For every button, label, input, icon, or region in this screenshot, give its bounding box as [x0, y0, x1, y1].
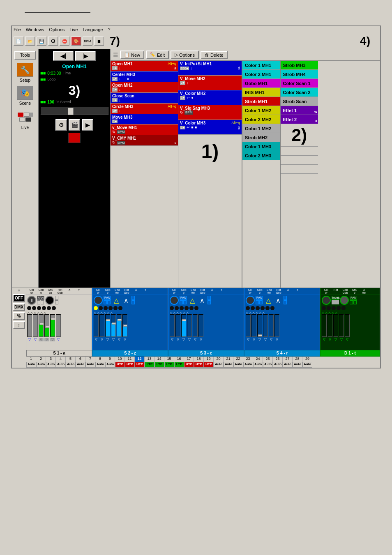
fader-s4-3[interactable]: [257, 314, 262, 337]
fader-s3-2[interactable]: [175, 314, 180, 337]
fader-s3-4[interactable]: [187, 314, 192, 337]
fader-s4-2[interactable]: [251, 314, 256, 337]
fader-s2-5[interactable]: [117, 314, 122, 337]
fader-s1-6[interactable]: [56, 314, 61, 337]
fader-s1-2[interactable]: [33, 314, 38, 337]
knob-s1-1[interactable]: [27, 296, 36, 305]
fader-s1-3[interactable]: [39, 314, 44, 337]
prev-button[interactable]: ◀|: [53, 51, 74, 61]
bpm-button[interactable]: BPM: [83, 37, 92, 46]
fixture-strob-mh4[interactable]: Strob MH4: [281, 70, 318, 79]
fader-s3-5[interactable]: [193, 314, 198, 337]
fader-s2-1[interactable]: [94, 314, 99, 337]
fixture-color1-mh3[interactable]: Color 1 MH3: [242, 142, 280, 151]
fader-s4-1[interactable]: [246, 314, 251, 337]
stop-button[interactable]: ⏹: [94, 37, 104, 46]
step-item-4[interactable]: Close Scan 1●↓: [111, 93, 178, 104]
knob-s4-1[interactable]: [246, 296, 255, 305]
fader-s4-5[interactable]: [269, 314, 274, 337]
knob-s3-1[interactable]: [170, 296, 179, 305]
fixture-effet1[interactable]: Effet 1 w: [281, 106, 318, 115]
knob-d1-2[interactable]: [340, 296, 349, 305]
fader-s2-3[interactable]: [105, 314, 110, 337]
fader-d1-5[interactable]: [345, 314, 350, 337]
save-button[interactable]: 💾: [37, 37, 46, 46]
fader-d1-3[interactable]: [333, 314, 338, 337]
next-button[interactable]: |▶: [75, 51, 96, 61]
knob-d1-1[interactable]: [322, 296, 331, 305]
v-step-item-1[interactable]: V_Ir+Pu+St MH1 255●↓d: [178, 61, 242, 76]
step-item-3[interactable]: Open MH2 1●↓: [111, 82, 178, 93]
dmx-button[interactable]: DMX: [13, 303, 25, 311]
btn-s2-pan[interactable]: PAN: [104, 296, 111, 300]
new-doc-button[interactable]: 📄: [14, 37, 23, 46]
setup-icon[interactable]: 🔧: [17, 63, 33, 77]
fader-s2-2[interactable]: [99, 314, 104, 337]
fixture-color2-mh1[interactable]: Color 2 MH1: [242, 70, 280, 79]
fixture-strob-scan[interactable]: Strob Scan: [281, 97, 318, 106]
menu-windows[interactable]: Windows: [26, 27, 44, 32]
step-item-2[interactable]: Center MH3 1●↓←●: [111, 71, 178, 82]
btn-s3-pan[interactable]: PAN: [180, 296, 187, 300]
fixture-color1-mh2[interactable]: Color 1 MH2: [242, 106, 280, 115]
fader-s3-3[interactable]: [181, 314, 186, 337]
btn-s1-a[interactable]: [37, 300, 40, 304]
menu-options[interactable]: Options: [49, 27, 65, 32]
step-item-5[interactable]: Circle MH3 Alt+q 3●↓: [111, 104, 178, 114]
edit-seq-button[interactable]: ✏️ Edit: [146, 51, 169, 59]
fader-s2-4[interactable]: [111, 314, 116, 337]
settings2-button[interactable]: ⛔: [60, 37, 69, 46]
record-button[interactable]: 🎬: [69, 119, 80, 131]
fader-s3-1[interactable]: [170, 314, 175, 337]
knob-s2-1[interactable]: [94, 296, 103, 305]
speed-slider[interactable]: [40, 107, 108, 115]
new-seq-button[interactable]: 📋 New: [120, 51, 144, 59]
fader-s1-4[interactable]: [44, 314, 49, 337]
v-step-item-3[interactable]: V_Color MH2 1●↩●: [178, 90, 242, 105]
fixture-effet2[interactable]: Effet 2 x: [281, 115, 318, 124]
play-button[interactable]: ▶: [82, 119, 93, 131]
fixture-strob-mh1[interactable]: Strob MH1: [242, 97, 280, 106]
v-step-item-5[interactable]: V_Color MH3 Alt+q 1●↩■■ g: [178, 120, 242, 135]
fixture-iris-mh1[interactable]: IRIS MH1: [242, 88, 280, 97]
step-item-6[interactable]: Move MH3 1●: [111, 114, 178, 124]
menu-live[interactable]: Live: [69, 27, 78, 32]
color-button[interactable]: 🎨: [71, 37, 81, 46]
fixture-color1-mh1[interactable]: Color 1 MH1: [242, 61, 280, 70]
fixture-color2-mh2[interactable]: Color 2 MH2: [242, 115, 280, 124]
btn-s1-pan[interactable]: PAN: [37, 296, 44, 300]
menu-language[interactable]: Language: [83, 27, 103, 32]
step-item-7[interactable]: v_Move MH1 ↻BPM: [111, 124, 178, 135]
tools-button[interactable]: Tools: [14, 51, 36, 60]
fader-d1-2[interactable]: [327, 314, 332, 337]
menu-help[interactable]: ?: [108, 27, 110, 32]
fixture-gobo-mh1[interactable]: Gobo MH1: [242, 79, 280, 88]
fader-s4-4[interactable]: [263, 314, 268, 337]
step-item-1[interactable]: Open MH1 Alt+q 1●↓a: [111, 61, 178, 71]
step-item-8[interactable]: V_CMY MH1 ↻BPM s: [111, 135, 178, 146]
fader-s4-6[interactable]: [274, 314, 279, 337]
fader-s2-6[interactable]: [122, 314, 127, 337]
fader-d1-4[interactable]: [339, 314, 344, 337]
fixture-gobo1-mh2[interactable]: Gobo 1 MH2: [242, 124, 280, 133]
btn-d1-index[interactable]: Index: [332, 296, 339, 300]
fader-d1-1[interactable]: [322, 314, 327, 337]
percent-button[interactable]: %: [13, 312, 25, 320]
delete-seq-button[interactable]: 🗑 Delete: [201, 51, 228, 59]
v-step-item-2[interactable]: V_Move MH2 2●↓: [178, 76, 242, 90]
knob-s1-2[interactable]: [45, 296, 54, 305]
btn-s1-b[interactable]: [41, 300, 44, 304]
fixture-color-scan2[interactable]: Color Scan 2: [281, 88, 318, 97]
fader-s1-1[interactable]: [27, 314, 32, 337]
fader-adjust-button[interactable]: ↕: [13, 321, 25, 329]
menu-file[interactable]: File: [14, 27, 21, 32]
options-seq-button[interactable]: ▷ Options: [171, 51, 199, 59]
fixture-strob-mh2[interactable]: Strob MH2: [242, 133, 280, 142]
btn-s4-pan[interactable]: PAN: [256, 296, 263, 300]
fixture-color-scan1[interactable]: Color Scan 1: [281, 79, 318, 88]
gear-button[interactable]: ⚙: [55, 119, 67, 131]
fader-s3-6[interactable]: [198, 314, 203, 337]
v-step-item-4[interactable]: V_Sig Sag MH3 ↻BPM: [178, 105, 242, 120]
open-button[interactable]: 📂: [25, 37, 35, 46]
btn-d1-pan[interactable]: PAN: [350, 296, 357, 300]
